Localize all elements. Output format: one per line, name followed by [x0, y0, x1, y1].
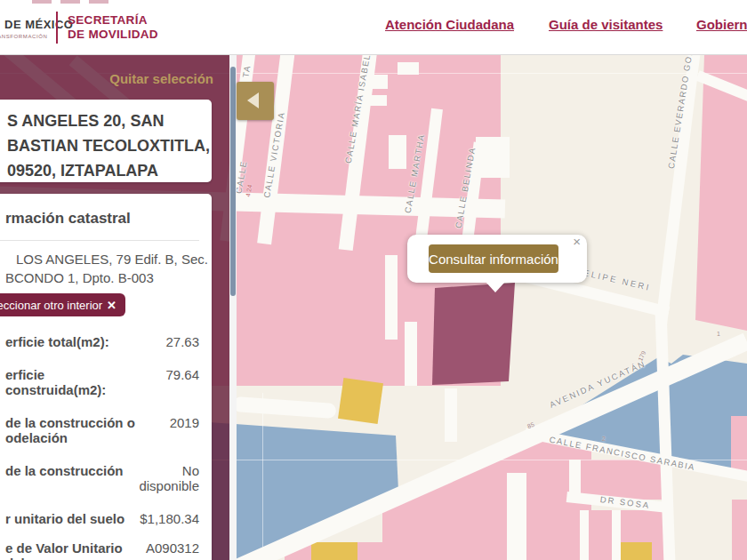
building-white	[398, 62, 419, 75]
close-icon[interactable]: ×	[573, 235, 581, 249]
graticule-line	[262, 393, 263, 560]
building-white	[367, 95, 387, 106]
map-block-yellow-bottomstrip	[311, 542, 357, 560]
secretaria-logo-text: SECRETARÍA DE MOVILIDAD	[68, 13, 158, 42]
street-gap	[507, 473, 526, 560]
cadastral-row: e de Valor Unitario del o (VUS) A090312	[5, 540, 199, 560]
top-header: DE MÉXICO TRANSFORMACIÓN SECRETARÍA DE M…	[0, 0, 747, 55]
row-label: r unitario del suelo	[5, 511, 124, 526]
building-white	[445, 388, 457, 442]
cadastral-rows: erficie total(m2): 27.63 erficie constru…	[5, 334, 199, 560]
row-value: 27.63	[165, 334, 199, 349]
divider	[0, 240, 199, 241]
address-line: 09520, IZTAPALAPA	[7, 158, 205, 183]
row-label: de la construcción	[5, 463, 124, 493]
street-gap	[612, 510, 621, 560]
select-other-interior-button[interactable]: eleccionar otro interior✕	[0, 293, 125, 316]
select-other-interior-label: eleccionar otro interior	[0, 299, 102, 312]
map-block-pink-br-corner	[732, 500, 747, 560]
secretaria-line: DE MOVILIDAD	[68, 28, 158, 42]
row-value: 79.64	[165, 367, 199, 397]
street-gap	[580, 510, 589, 560]
cadastral-row: erficie construida(m2): 79.64	[5, 367, 199, 397]
secretaria-line: SECRETARÍA	[68, 13, 158, 28]
row-label: erficie construida(m2):	[5, 367, 139, 397]
address-line: BASTIAN TECOLOXTITLA,	[7, 133, 205, 158]
row-value: 2019	[170, 415, 199, 445]
address-card: S ANGELES 20, SAN BASTIAN TECOLOXTITLA, …	[0, 100, 212, 182]
nav-atencion-ciudadana[interactable]: Atención Ciudadana	[385, 17, 514, 32]
row-value: $1,180.34	[140, 511, 199, 526]
street-culdesac	[233, 396, 337, 419]
results-sidebar: Quitar selección S ANGELES 20, SAN BASTI…	[0, 55, 229, 560]
house-number: 2	[602, 436, 606, 442]
sidebar-scrollbar-thumb[interactable]	[230, 67, 236, 296]
house-number: 179	[637, 350, 647, 363]
map-block-pink-sarabia-south	[547, 460, 663, 500]
gobierno-logo-tagline: TRANSFORMACIÓN	[0, 34, 47, 39]
building-white	[405, 322, 417, 386]
map-block-pink-rightedge	[731, 416, 747, 475]
app-window: TA CALLE CALLE VICTORIA CALLE MARÍA ISAB…	[0, 0, 747, 560]
gobierno-logo-text: DE MÉXICO	[4, 18, 73, 31]
map-tooltip: × Consultar información	[407, 235, 587, 283]
left-triangle-icon	[247, 92, 259, 108]
row-value: No disponible	[139, 463, 199, 493]
address-line: S ANGELES 20, SAN	[7, 108, 205, 133]
decorative-marks	[32, 0, 139, 4]
unit-description: BCONDO 1, Dpto. B-003	[5, 268, 199, 287]
close-icon: ✕	[107, 299, 116, 312]
consult-info-button[interactable]: Consultar información	[429, 244, 558, 273]
cadastral-row: de la construcción No disponible	[5, 463, 199, 493]
map-block-yellow-building	[338, 378, 383, 424]
cadastral-info-card: rmación catastral LOS ANGELES, 79 Edif. …	[0, 194, 212, 560]
building-white	[476, 137, 510, 178]
logo-divider	[56, 12, 58, 44]
row-label: de la construcción o odelación	[5, 415, 135, 445]
row-label: e de Valor Unitario del o (VUS)	[5, 540, 139, 560]
building-white	[389, 135, 406, 169]
street-gap	[569, 460, 581, 500]
cadastral-row: r unitario del suelo $1,180.34	[5, 511, 199, 526]
nav-guia-de-visitantes[interactable]: Guía de visitantes	[549, 17, 663, 32]
row-label: erficie total(m2):	[5, 334, 109, 349]
clear-selection-link[interactable]: Quitar selección	[109, 71, 213, 86]
house-number: 1	[717, 331, 720, 337]
row-value: A090312	[146, 540, 199, 560]
map-block-yellow-br	[621, 542, 652, 560]
tooltip-pointer	[486, 282, 505, 292]
unit-description: LOS ANGELES, 79 Edif. B, Sec.	[16, 250, 199, 268]
cadastral-row: erficie total(m2): 27.63	[5, 334, 199, 349]
sidebar-scrollbar-track[interactable]	[229, 55, 237, 560]
collapse-sidebar-button[interactable]	[237, 82, 274, 120]
building-white	[385, 255, 398, 340]
cadastral-title: rmación catastral	[5, 210, 199, 228]
nav-gobierno[interactable]: Gobierno	[696, 17, 747, 32]
cadastral-row: de la construcción o odelación 2019	[5, 415, 199, 445]
selected-parcel[interactable]	[430, 280, 518, 387]
